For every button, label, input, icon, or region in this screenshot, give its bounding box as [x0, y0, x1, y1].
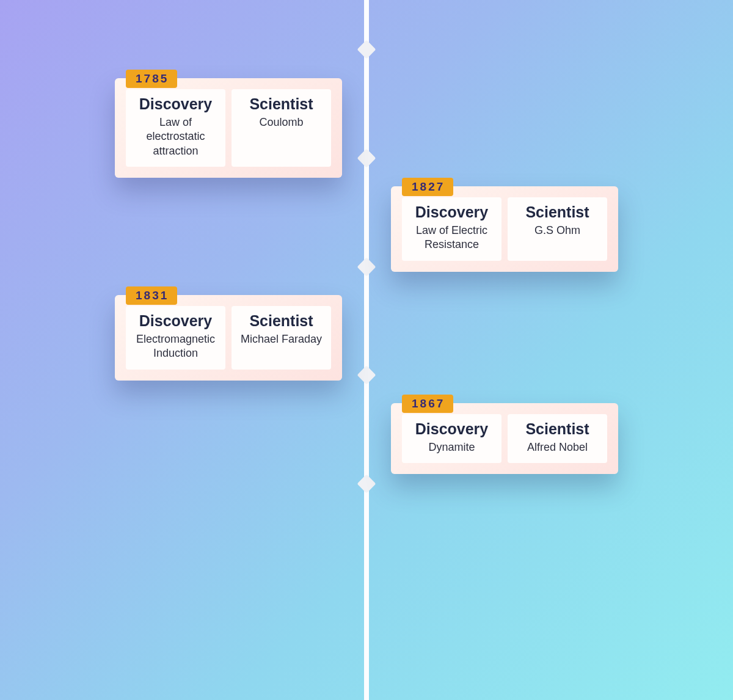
timeline-entry: 1785DiscoveryLaw of electrostatic attrac…	[115, 78, 342, 178]
discovery-heading: Discovery	[406, 420, 498, 438]
timeline-diamond	[357, 40, 376, 59]
scientist-text: Coulomb	[235, 115, 327, 129]
scientist-heading: Scientist	[235, 312, 327, 330]
scientist-cell: ScientistG.S Ohm	[508, 197, 607, 261]
discovery-heading: Discovery	[406, 203, 498, 221]
scientist-cell: ScientistAlfred Nobel	[508, 414, 607, 463]
discovery-text: Law of Electric Resistance	[406, 224, 498, 252]
scientist-text: G.S Ohm	[511, 224, 604, 238]
discovery-cell: DiscoveryElectromagnetic Induction	[126, 306, 225, 370]
year-badge: 1785	[126, 70, 177, 88]
discovery-heading: Discovery	[129, 312, 222, 330]
scientist-heading: Scientist	[235, 95, 327, 113]
discovery-cell: DiscoveryLaw of electrostatic attraction	[126, 89, 225, 167]
scientist-text: Alfred Nobel	[511, 440, 604, 454]
scientist-cell: ScientistCoulomb	[232, 89, 331, 167]
year-badge: 1831	[126, 286, 177, 305]
discovery-cell: DiscoveryLaw of Electric Resistance	[402, 197, 501, 261]
timeline-entry: 1867DiscoveryDynamiteScientistAlfred Nob…	[391, 403, 618, 474]
discovery-text: Electromagnetic Induction	[129, 332, 222, 361]
timeline-entry: 1831DiscoveryElectromagnetic InductionSc…	[115, 295, 342, 381]
discovery-cell: DiscoveryDynamite	[402, 414, 501, 463]
year-badge: 1827	[402, 178, 453, 196]
timeline-entry: 1827DiscoveryLaw of Electric ResistanceS…	[391, 186, 618, 272]
timeline-diamond	[357, 257, 376, 276]
timeline-diamond	[357, 474, 376, 493]
timeline-diamond	[357, 148, 376, 167]
scientist-text: Michael Faraday	[235, 332, 327, 346]
discovery-heading: Discovery	[129, 95, 222, 113]
discovery-text: Dynamite	[406, 440, 498, 454]
timeline-diamond	[357, 365, 376, 384]
scientist-cell: ScientistMichael Faraday	[232, 306, 331, 370]
timeline-line	[364, 0, 369, 700]
scientist-heading: Scientist	[511, 203, 604, 221]
year-badge: 1867	[402, 395, 453, 413]
discovery-text: Law of electrostatic attraction	[129, 115, 222, 158]
scientist-heading: Scientist	[511, 420, 604, 438]
